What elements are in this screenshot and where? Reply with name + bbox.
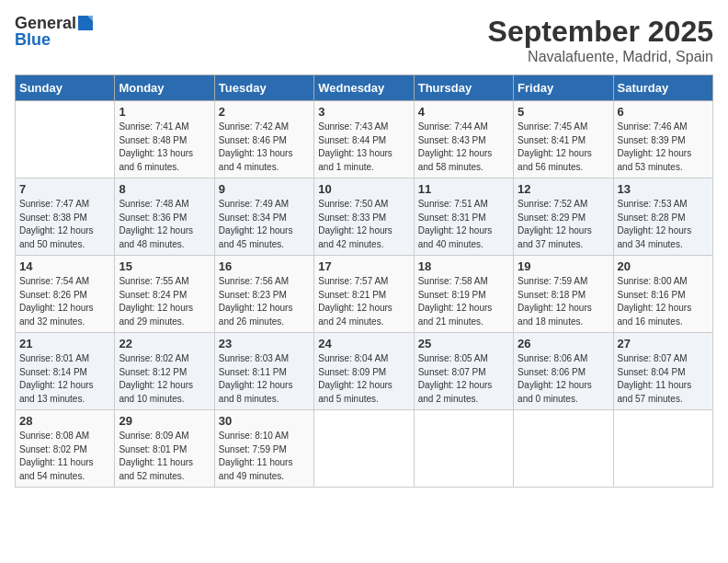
day-info: Sunrise: 7:57 AM Sunset: 8:21 PM Dayligh… xyxy=(318,275,409,328)
day-number: 26 xyxy=(518,337,609,350)
calendar-cell: 19Sunrise: 7:59 AM Sunset: 8:18 PM Dayli… xyxy=(514,256,613,333)
calendar-cell: 4Sunrise: 7:44 AM Sunset: 8:43 PM Daylig… xyxy=(414,101,513,178)
day-number: 8 xyxy=(119,182,210,196)
calendar-cell: 9Sunrise: 7:49 AM Sunset: 8:34 PM Daylig… xyxy=(214,178,313,256)
calendar-subtitle: Navalafuente, Madrid, Spain xyxy=(488,49,713,65)
calendar-week-row: 21Sunrise: 8:01 AM Sunset: 8:14 PM Dayli… xyxy=(16,333,713,410)
day-number: 14 xyxy=(19,259,110,273)
calendar-cell: 30Sunrise: 8:10 AM Sunset: 7:59 PM Dayli… xyxy=(214,410,313,488)
weekday-header: Saturday xyxy=(613,75,712,101)
logo-icon xyxy=(78,16,93,30)
calendar-cell: 25Sunrise: 8:05 AM Sunset: 8:07 PM Dayli… xyxy=(414,333,513,410)
day-number: 5 xyxy=(518,105,609,119)
calendar-cell xyxy=(514,410,613,488)
day-info: Sunrise: 7:44 AM Sunset: 8:43 PM Dayligh… xyxy=(418,121,509,174)
calendar-cell: 24Sunrise: 8:04 AM Sunset: 8:09 PM Dayli… xyxy=(314,333,414,410)
calendar-cell: 23Sunrise: 8:03 AM Sunset: 8:11 PM Dayli… xyxy=(214,333,313,410)
page-header: General Blue September 2025 Navalafuente… xyxy=(15,15,713,65)
calendar-cell: 12Sunrise: 7:52 AM Sunset: 8:29 PM Dayli… xyxy=(514,178,613,256)
day-info: Sunrise: 7:50 AM Sunset: 8:33 PM Dayligh… xyxy=(318,198,409,251)
logo-blue-text: Blue xyxy=(15,31,51,50)
day-number: 11 xyxy=(418,182,509,196)
calendar-cell: 26Sunrise: 8:06 AM Sunset: 8:06 PM Dayli… xyxy=(514,333,613,410)
day-info: Sunrise: 7:53 AM Sunset: 8:28 PM Dayligh… xyxy=(618,198,709,251)
day-number: 29 xyxy=(119,414,210,428)
day-number: 28 xyxy=(19,414,110,428)
day-info: Sunrise: 8:04 AM Sunset: 8:09 PM Dayligh… xyxy=(318,352,409,406)
calendar-cell: 20Sunrise: 8:00 AM Sunset: 8:16 PM Dayli… xyxy=(613,256,712,333)
calendar-cell: 13Sunrise: 7:53 AM Sunset: 8:28 PM Dayli… xyxy=(613,178,712,256)
calendar-cell: 21Sunrise: 8:01 AM Sunset: 8:14 PM Dayli… xyxy=(16,333,115,410)
day-number: 13 xyxy=(618,182,709,196)
day-info: Sunrise: 7:46 AM Sunset: 8:39 PM Dayligh… xyxy=(618,121,709,174)
calendar-cell: 22Sunrise: 8:02 AM Sunset: 8:12 PM Dayli… xyxy=(115,333,214,410)
calendar-cell: 10Sunrise: 7:50 AM Sunset: 8:33 PM Dayli… xyxy=(314,178,414,256)
day-number: 1 xyxy=(119,105,210,119)
weekday-header: Wednesday xyxy=(314,75,414,101)
calendar-week-row: 7Sunrise: 7:47 AM Sunset: 8:38 PM Daylig… xyxy=(16,178,713,256)
day-info: Sunrise: 7:48 AM Sunset: 8:36 PM Dayligh… xyxy=(119,198,210,251)
calendar-cell: 27Sunrise: 8:07 AM Sunset: 8:04 PM Dayli… xyxy=(613,333,712,410)
day-number: 30 xyxy=(219,414,310,428)
day-number: 6 xyxy=(618,105,709,119)
day-info: Sunrise: 8:00 AM Sunset: 8:16 PM Dayligh… xyxy=(618,275,709,328)
header-row: SundayMondayTuesdayWednesdayThursdayFrid… xyxy=(16,75,713,101)
calendar-cell: 7Sunrise: 7:47 AM Sunset: 8:38 PM Daylig… xyxy=(16,178,115,256)
calendar-week-row: 28Sunrise: 8:08 AM Sunset: 8:02 PM Dayli… xyxy=(16,410,713,488)
day-number: 25 xyxy=(418,337,509,350)
weekday-header: Tuesday xyxy=(214,75,313,101)
day-number: 24 xyxy=(318,337,409,350)
calendar-cell xyxy=(414,410,513,488)
day-info: Sunrise: 7:55 AM Sunset: 8:24 PM Dayligh… xyxy=(119,275,210,328)
day-number: 3 xyxy=(318,105,409,119)
day-info: Sunrise: 7:47 AM Sunset: 8:38 PM Dayligh… xyxy=(19,198,110,251)
day-info: Sunrise: 7:54 AM Sunset: 8:26 PM Dayligh… xyxy=(19,275,110,328)
day-number: 7 xyxy=(19,182,110,196)
weekday-header: Sunday xyxy=(16,75,115,101)
day-info: Sunrise: 7:49 AM Sunset: 8:34 PM Dayligh… xyxy=(219,198,310,251)
day-number: 19 xyxy=(518,259,609,273)
calendar-cell: 3Sunrise: 7:43 AM Sunset: 8:44 PM Daylig… xyxy=(314,101,414,178)
day-number: 17 xyxy=(318,259,409,273)
day-number: 9 xyxy=(219,182,310,196)
day-number: 16 xyxy=(219,259,310,273)
day-info: Sunrise: 8:01 AM Sunset: 8:14 PM Dayligh… xyxy=(19,352,110,406)
calendar-cell: 16Sunrise: 7:56 AM Sunset: 8:23 PM Dayli… xyxy=(214,256,313,333)
day-info: Sunrise: 7:41 AM Sunset: 8:48 PM Dayligh… xyxy=(119,121,210,174)
calendar-week-row: 1Sunrise: 7:41 AM Sunset: 8:48 PM Daylig… xyxy=(16,101,713,178)
day-number: 2 xyxy=(219,105,310,119)
day-info: Sunrise: 8:08 AM Sunset: 8:02 PM Dayligh… xyxy=(19,430,110,483)
calendar-cell: 1Sunrise: 7:41 AM Sunset: 8:48 PM Daylig… xyxy=(115,101,214,178)
day-number: 10 xyxy=(318,182,409,196)
day-info: Sunrise: 7:51 AM Sunset: 8:31 PM Dayligh… xyxy=(418,198,509,251)
day-info: Sunrise: 8:05 AM Sunset: 8:07 PM Dayligh… xyxy=(418,352,509,406)
calendar-cell: 14Sunrise: 7:54 AM Sunset: 8:26 PM Dayli… xyxy=(16,256,115,333)
day-info: Sunrise: 7:58 AM Sunset: 8:19 PM Dayligh… xyxy=(418,275,509,328)
calendar-cell: 5Sunrise: 7:45 AM Sunset: 8:41 PM Daylig… xyxy=(514,101,613,178)
calendar-cell xyxy=(314,410,414,488)
title-block: September 2025 Navalafuente, Madrid, Spa… xyxy=(488,15,713,65)
day-info: Sunrise: 8:02 AM Sunset: 8:12 PM Dayligh… xyxy=(119,352,210,406)
day-info: Sunrise: 7:42 AM Sunset: 8:46 PM Dayligh… xyxy=(219,121,310,174)
calendar-cell: 6Sunrise: 7:46 AM Sunset: 8:39 PM Daylig… xyxy=(613,101,712,178)
calendar-cell: 11Sunrise: 7:51 AM Sunset: 8:31 PM Dayli… xyxy=(414,178,513,256)
calendar-table: SundayMondayTuesdayWednesdayThursdayFrid… xyxy=(15,75,713,488)
day-info: Sunrise: 8:06 AM Sunset: 8:06 PM Dayligh… xyxy=(518,352,609,406)
calendar-cell: 29Sunrise: 8:09 AM Sunset: 8:01 PM Dayli… xyxy=(115,410,214,488)
weekday-header: Monday xyxy=(115,75,214,101)
calendar-cell xyxy=(16,101,115,178)
calendar-cell xyxy=(613,410,712,488)
calendar-cell: 18Sunrise: 7:58 AM Sunset: 8:19 PM Dayli… xyxy=(414,256,513,333)
calendar-cell: 15Sunrise: 7:55 AM Sunset: 8:24 PM Dayli… xyxy=(115,256,214,333)
day-info: Sunrise: 7:52 AM Sunset: 8:29 PM Dayligh… xyxy=(518,198,609,251)
day-number: 22 xyxy=(119,337,210,350)
day-number: 20 xyxy=(618,259,709,273)
day-number: 27 xyxy=(618,337,709,350)
day-info: Sunrise: 7:59 AM Sunset: 8:18 PM Dayligh… xyxy=(518,275,609,328)
day-info: Sunrise: 8:09 AM Sunset: 8:01 PM Dayligh… xyxy=(119,430,210,483)
calendar-cell: 17Sunrise: 7:57 AM Sunset: 8:21 PM Dayli… xyxy=(314,256,414,333)
day-number: 18 xyxy=(418,259,509,273)
day-number: 21 xyxy=(19,337,110,350)
day-number: 23 xyxy=(219,337,310,350)
calendar-cell: 28Sunrise: 8:08 AM Sunset: 8:02 PM Dayli… xyxy=(16,410,115,488)
